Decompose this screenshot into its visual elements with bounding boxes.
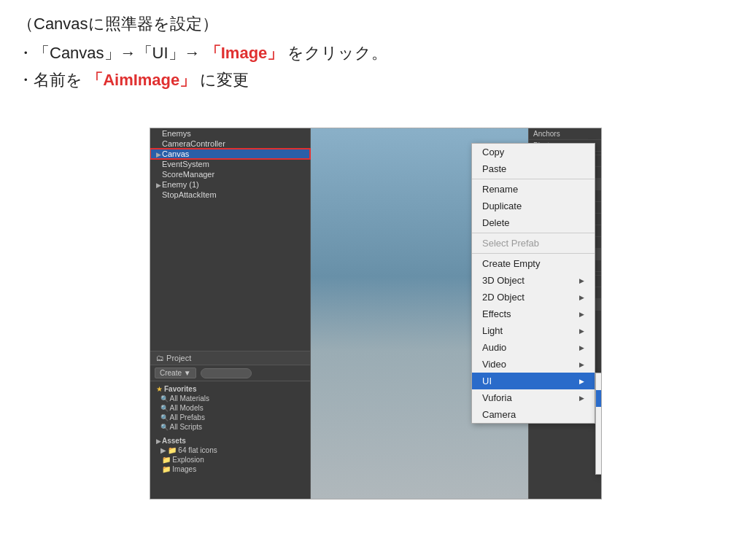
sub-context-menu-ui: Text Image Raw Image Button Toggle Slide… <box>595 373 602 475</box>
heading-title: （Canvasに照準器を設定） <box>18 13 729 35</box>
menu-effects[interactable]: Effects <box>472 306 595 322</box>
menu-light[interactable]: Light <box>472 322 595 339</box>
hierarchy-item-canvas[interactable]: ▶Canvas <box>150 149 310 159</box>
inspector-anchors: Anchors <box>529 128 601 140</box>
aimimage-link: 「AimImage」 <box>87 71 196 89</box>
bullet-2: ・名前を 「AimImage」 に変更 <box>18 69 729 92</box>
menu-video[interactable]: Video <box>472 356 595 373</box>
hierarchy-item-scoremanager[interactable]: ScoreManager <box>150 169 310 179</box>
project-search[interactable] <box>201 368 252 378</box>
submenu-slider[interactable]: Slider <box>596 457 602 474</box>
project-panel: 🗂 Project Create ▼ ★Favorites 🔍All Mater… <box>150 351 311 499</box>
separator-2 <box>472 233 595 233</box>
hierarchy-panel: Enemys CameraController ▶Canvas EventSys… <box>150 128 311 499</box>
project-panel-header: 🗂 Project <box>150 351 310 365</box>
menu-paste[interactable]: Paste <box>472 160 595 177</box>
project-all-models[interactable]: 🔍All Models <box>150 403 310 413</box>
project-all-materials[interactable]: 🔍All Materials <box>150 394 310 403</box>
image-link: 「Image」 <box>205 44 284 62</box>
instruction-area: （Canvasに照準器を設定） ・「Canvas」→「UI」→ 「Image」 … <box>0 0 747 105</box>
separator-3 <box>472 253 595 254</box>
project-64-flat-icons[interactable]: ▶ 📁64 flat icons <box>150 446 310 455</box>
project-all-scripts[interactable]: 🔍All Scripts <box>150 422 310 432</box>
context-menu: Copy Paste Rename Duplicate Delete Selec… <box>471 143 595 424</box>
menu-3d-object[interactable]: 3D Object <box>472 272 595 289</box>
screenshot-container: Enemys CameraController ▶Canvas EventSys… <box>150 128 602 499</box>
project-toolbar: Create ▼ <box>150 365 310 381</box>
menu-2d-object[interactable]: 2D Object <box>472 289 595 306</box>
project-explosion[interactable]: 📁Explosion <box>150 455 310 464</box>
assets-section: ▶Assets <box>150 436 310 446</box>
hierarchy-item-enemys[interactable]: Enemys <box>150 128 310 139</box>
submenu-raw-image[interactable]: Raw Image <box>596 407 602 424</box>
menu-delete[interactable]: Delete <box>472 214 595 231</box>
menu-duplicate[interactable]: Duplicate <box>472 198 595 214</box>
menu-camera[interactable]: Camera <box>472 406 595 423</box>
menu-create-empty[interactable]: Create Empty <box>472 255 595 272</box>
menu-ui[interactable]: UI <box>472 373 595 389</box>
menu-copy[interactable]: Copy <box>472 144 595 160</box>
hierarchy-item-cameracontroller[interactable]: CameraController <box>150 139 310 149</box>
submenu-image[interactable]: Image <box>596 390 602 407</box>
submenu-button[interactable]: Button <box>596 424 602 440</box>
submenu-text[interactable]: Text <box>596 373 602 390</box>
submenu-toggle[interactable]: Toggle <box>596 440 602 457</box>
bullet-1: ・「Canvas」→「UI」→ 「Image」 をクリック。 <box>18 42 729 65</box>
hierarchy-item-eventsystem[interactable]: EventSystem <box>150 159 310 169</box>
hierarchy-item-enemy[interactable]: ▶Enemy (1) <box>150 179 310 190</box>
favorites-section: ★Favorites <box>150 384 310 394</box>
hierarchy-item-stopattack[interactable]: StopAttackItem <box>150 190 310 200</box>
menu-rename[interactable]: Rename <box>472 181 595 198</box>
create-button[interactable]: Create ▼ <box>155 368 196 378</box>
menu-select-prefab: Select Prefab <box>472 235 595 252</box>
project-images[interactable]: 📁Images <box>150 464 310 474</box>
menu-vuforia[interactable]: Vuforia <box>472 389 595 406</box>
project-all-prefabs[interactable]: 🔍All Prefabs <box>150 413 310 422</box>
separator-1 <box>472 179 595 179</box>
menu-audio[interactable]: Audio <box>472 339 595 356</box>
